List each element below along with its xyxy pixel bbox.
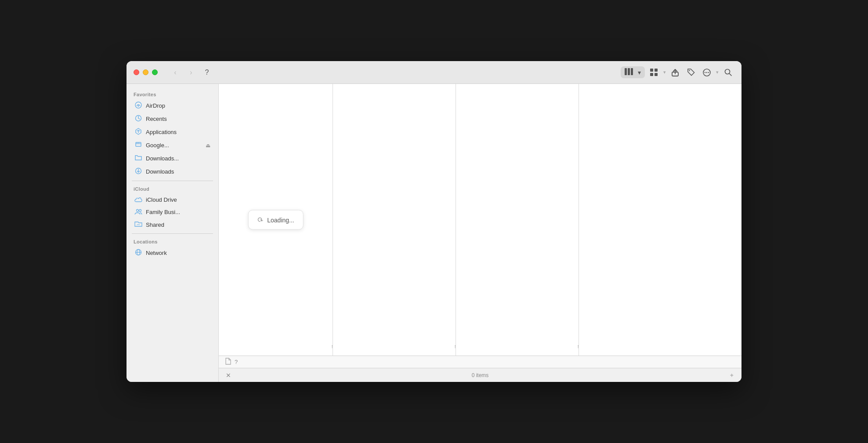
google-drive-icon xyxy=(134,141,142,149)
icloud-section-label: iCloud xyxy=(127,184,218,193)
items-count-label: 0 items xyxy=(231,372,729,378)
sidebar-item-applications[interactable]: Applications xyxy=(129,126,216,138)
family-busi-icon xyxy=(134,208,142,216)
shared-label: Shared xyxy=(146,222,164,228)
preview-file-icon xyxy=(225,358,231,366)
column-1-resize-handle[interactable]: ⠿ xyxy=(330,341,333,352)
svg-point-16 xyxy=(138,105,139,107)
columns-view-icon[interactable] xyxy=(623,67,635,77)
shared-icon xyxy=(134,221,142,229)
preview-bar: ? xyxy=(219,356,741,368)
share-button[interactable] xyxy=(669,66,682,79)
recents-label: Recents xyxy=(146,116,167,122)
title-bar: ‹ › ? ▾ xyxy=(127,61,741,84)
view-controls[interactable]: ▾ xyxy=(621,66,645,78)
svg-line-14 xyxy=(729,73,731,76)
loading-indicator: ⟳ Loading... xyxy=(248,210,304,230)
column-3-resize-handle[interactable]: ⠿ xyxy=(576,341,579,352)
network-icon xyxy=(134,249,142,257)
sidebar-item-family-busi[interactable]: Family Busi... xyxy=(129,206,216,218)
main-content: Favorites AirDrop xyxy=(127,84,741,382)
view-dropdown-arrow[interactable]: ▾ xyxy=(637,68,642,77)
sidebar-item-network[interactable]: Network xyxy=(129,247,216,259)
column-2-resize-handle[interactable]: ⠿ xyxy=(453,341,456,352)
divider-1 xyxy=(132,181,213,181)
minimize-button[interactable] xyxy=(143,69,148,75)
sidebar-item-airdrop[interactable]: AirDrop xyxy=(129,99,216,112)
status-bar: ✕ 0 items ✦ xyxy=(219,368,741,382)
svg-point-8 xyxy=(689,70,690,71)
svg-point-27 xyxy=(139,210,141,212)
column-4 xyxy=(579,84,741,356)
close-button[interactable] xyxy=(134,69,139,75)
sidebar-item-google-drive[interactable]: Google... ⏏ xyxy=(129,139,216,152)
svg-rect-20 xyxy=(136,142,141,146)
loading-spinner-icon: ⟳ xyxy=(255,215,265,225)
column-3: ⠿ xyxy=(456,84,579,356)
favorites-section-label: Favorites xyxy=(127,89,218,99)
column-2: ⠿ xyxy=(333,84,456,356)
column-1: ⟳ Loading... ⠿ xyxy=(219,84,333,356)
recents-icon xyxy=(134,115,142,123)
applications-icon xyxy=(134,128,142,136)
sidebar-item-downloads[interactable]: Downloads xyxy=(129,165,216,178)
icloud-drive-icon xyxy=(134,196,142,203)
svg-rect-2 xyxy=(631,68,633,75)
svg-point-10 xyxy=(705,72,705,73)
svg-rect-1 xyxy=(628,68,630,75)
maximize-button[interactable] xyxy=(152,69,158,75)
svg-rect-3 xyxy=(650,69,653,72)
airdrop-icon xyxy=(134,102,142,110)
svg-rect-4 xyxy=(655,69,658,72)
downloads-icon xyxy=(134,167,142,176)
forward-button[interactable]: › xyxy=(184,66,198,79)
downloads-folder-label: Downloads... xyxy=(146,155,179,162)
svg-line-19 xyxy=(138,118,140,119)
column-view: ⟳ Loading... ⠿ ⠿ ⠿ xyxy=(219,84,741,356)
google-drive-eject[interactable]: ⏏ xyxy=(206,142,210,149)
svg-rect-6 xyxy=(655,73,658,76)
svg-point-12 xyxy=(708,72,709,73)
toolbar-right: ▾ ▾ xyxy=(621,66,734,79)
loading-text: Loading... xyxy=(267,216,294,223)
google-drive-label: Google... xyxy=(146,142,169,149)
svg-point-15 xyxy=(135,102,141,108)
sidebar-item-recents[interactable]: Recents xyxy=(129,113,216,125)
sidebar-item-downloads-folder[interactable]: Downloads... xyxy=(129,152,216,165)
help-button[interactable]: ? xyxy=(200,66,214,79)
family-busi-label: Family Busi... xyxy=(146,209,180,215)
preview-question-mark: ? xyxy=(235,359,238,365)
grid-view-button[interactable] xyxy=(647,66,661,79)
sidebar-item-shared[interactable]: Shared xyxy=(129,218,216,231)
finder-window: ‹ › ? ▾ xyxy=(127,61,741,382)
locations-section-label: Locations xyxy=(127,236,218,246)
toolbar-navigation: ‹ › ? xyxy=(168,66,394,79)
file-browser: ⟳ Loading... ⠿ ⠿ ⠿ xyxy=(219,84,741,382)
downloads-label: Downloads xyxy=(146,168,174,175)
downloads-folder-icon xyxy=(134,154,142,163)
status-spinner-icon: ✦ xyxy=(729,372,734,379)
applications-label: Applications xyxy=(146,129,177,135)
search-button[interactable] xyxy=(721,66,734,79)
icloud-drive-label: iCloud Drive xyxy=(146,196,177,203)
airdrop-label: AirDrop xyxy=(146,102,165,109)
sidebar: Favorites AirDrop xyxy=(127,84,219,382)
svg-point-26 xyxy=(137,210,139,212)
back-button[interactable]: ‹ xyxy=(168,66,182,79)
action-button[interactable] xyxy=(700,66,713,79)
svg-rect-5 xyxy=(650,73,653,76)
sidebar-item-icloud-drive[interactable]: iCloud Drive xyxy=(129,194,216,206)
svg-rect-0 xyxy=(625,68,627,75)
svg-point-11 xyxy=(706,72,707,73)
traffic-lights xyxy=(134,69,158,75)
tag-button[interactable] xyxy=(684,66,698,79)
divider-2 xyxy=(132,233,213,234)
network-label: Network xyxy=(146,250,167,256)
clear-button[interactable]: ✕ xyxy=(226,372,231,379)
